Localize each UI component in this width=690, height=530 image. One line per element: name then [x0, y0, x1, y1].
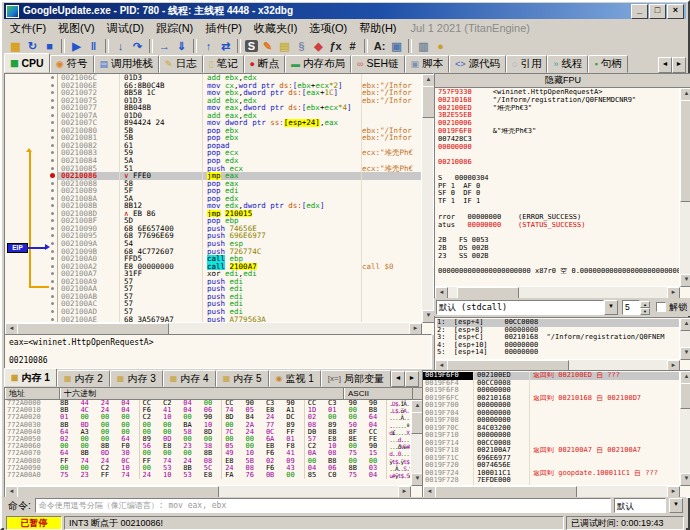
disasm-gutter[interactable] [5, 134, 58, 142]
tab-callstack[interactable]: ▤调用堆栈 [94, 55, 160, 73]
dump-tab-memory-3[interactable]: ▦内存 3 [110, 370, 163, 387]
arguments-panel[interactable]: 1: [esp+4] 00CC00082: [esp+8] 000000003:… [434, 317, 690, 372]
scroll-down-icon[interactable]: ▼ [680, 274, 690, 287]
maximize-button[interactable]: □ [649, 4, 666, 19]
registers-vscrollbar[interactable]: ▲ ▼ [679, 88, 690, 287]
stack-row[interactable]: 0019F71000000000 [423, 432, 680, 440]
row-dot[interactable] [51, 318, 54, 321]
register-row[interactable]: 002100ED "堆壳Ph€3" [438, 105, 680, 113]
settings-icon[interactable]: ▣ [388, 38, 405, 54]
register-row[interactable]: 3B2E55EB [438, 112, 680, 120]
row-dot[interactable] [51, 189, 54, 192]
stack-vscrollbar[interactable]: ▲ ▼ [679, 371, 690, 486]
menu-item-2[interactable]: 调试(D) [101, 20, 150, 37]
args-vscrollbar[interactable]: ▲ ▼ [679, 318, 690, 360]
computer-icon[interactable]: ▥ [415, 38, 432, 54]
stack-row[interactable]: 0019F70400000000 [423, 410, 680, 418]
disasm-gutter[interactable] [5, 225, 58, 233]
row-dot[interactable] [51, 151, 54, 154]
row-dot[interactable] [51, 99, 54, 102]
restart-icon[interactable]: ↻ [24, 38, 41, 54]
row-dot[interactable] [51, 250, 54, 253]
register-row[interactable]: rror 00000000 (ERROR_SUCCESS) [438, 214, 680, 222]
command-profile-select[interactable]: 默认 [614, 498, 666, 513]
row-dot[interactable] [51, 219, 54, 222]
scroll-down-icon[interactable]: ▼ [680, 473, 690, 486]
disasm-gutter[interactable] [5, 187, 58, 195]
dump-vscrollbar[interactable]: ▲ ▼ [410, 400, 422, 486]
unlock-checkbox[interactable] [656, 302, 666, 312]
dump-tab-memory-4[interactable]: ▦内存 4 [163, 370, 216, 387]
disasm-gutter[interactable] [5, 104, 58, 112]
tab-symbols[interactable]: ◉符号 [50, 55, 94, 73]
row-dot[interactable] [51, 295, 54, 298]
row-dot[interactable] [51, 121, 54, 124]
hide-fpu-button[interactable]: 隐藏FPU [435, 74, 690, 88]
row-dot[interactable] [51, 167, 54, 170]
attach-icon[interactable]: ⇄ [217, 38, 234, 54]
menu-item-3[interactable]: 跟踪(N) [150, 20, 199, 37]
disasm-gutter[interactable] [5, 74, 58, 82]
tabs-scroll-right-icon[interactable]: ► [672, 57, 686, 73]
disasm-gutter[interactable] [5, 278, 58, 286]
disasm-gutter[interactable] [5, 127, 58, 135]
bulb-icon[interactable]: ● [432, 38, 449, 54]
register-row[interactable]: S 00000304 [438, 175, 680, 183]
tab-log[interactable]: ✎日志 [159, 55, 203, 73]
stack-row[interactable]: 0019F724100011C1返回到 goopdate.100011C1 自 … [423, 470, 680, 478]
disasm-gutter[interactable] [5, 263, 58, 271]
register-row[interactable]: 00210168 "/Inform/registration/Q0FNEMDCN… [438, 97, 680, 105]
tab-memory-map[interactable]: ▬内存布局 [285, 55, 351, 73]
tab-seh-chain[interactable]: ∞SEH链 [351, 55, 405, 73]
log-icon[interactable]: S [245, 40, 258, 52]
dump-tabs-scroll-right-icon[interactable]: ► [405, 371, 419, 387]
dump-tab-locals[interactable]: [x=]局部变量 [321, 370, 391, 387]
run-to-user-icon[interactable]: → [156, 38, 173, 54]
disasm-gutter[interactable] [5, 195, 58, 203]
hex-dump-panel[interactable]: 地址十六进制ASCII 772A00008B442404CCC20400CC90… [4, 387, 423, 498]
scroll-thumb[interactable] [680, 100, 690, 202]
arg-count-field[interactable]: 5 [622, 300, 640, 315]
scroll-down-icon[interactable]: ▼ [680, 347, 690, 360]
menu-item-1[interactable]: 视图(V) [52, 20, 101, 37]
scroll-thumb[interactable] [680, 383, 690, 409]
stack-row[interactable]: 0019F71C696E6977 [423, 455, 680, 463]
row-dot[interactable] [51, 129, 54, 132]
tab-handles[interactable]: ▪句柄 [588, 55, 627, 73]
disasm-gutter[interactable] [5, 119, 58, 127]
dump-row[interactable]: 772A00A07523FF74241053E8FA760B0085C07504… [5, 472, 411, 479]
step-into-icon[interactable]: ↓ [112, 38, 129, 54]
stack-row[interactable]: 0019F6F0002100ED返回到 002100ED 自 ??? [423, 372, 680, 380]
scroll-up-icon[interactable]: ▲ [680, 318, 690, 331]
eraser-icon[interactable]: ◆ [310, 38, 327, 54]
register-row[interactable]: 00210086 [438, 159, 680, 167]
dump-tab-memory-2[interactable]: ▦内存 2 [57, 370, 110, 387]
disasm-gutter[interactable] [5, 300, 58, 308]
row-dot[interactable] [51, 197, 54, 200]
disasm-gutter[interactable] [5, 112, 58, 120]
row-dot[interactable] [51, 182, 54, 185]
menu-item-6[interactable]: 选项(O) [303, 20, 353, 37]
row-dot[interactable] [51, 144, 54, 147]
disasm-hscrollbar[interactable]: ◄ ► [5, 322, 422, 334]
tab-breakpoints[interactable]: ●断点 [244, 55, 285, 73]
register-row[interactable]: SF 0 DF 0 [438, 190, 680, 198]
register-row[interactable]: 0000000000000000000000 x87r0 空 0.0000000… [438, 268, 680, 276]
menu-item-0[interactable]: 文件(F) [4, 20, 52, 37]
stack-row[interactable]: 0019F6FC00210168返回到 00210168 自 002100D7 [423, 395, 680, 403]
trace-into-icon[interactable]: ↑ [200, 38, 217, 54]
disasm-gutter[interactable] [5, 255, 58, 263]
row-dot[interactable] [51, 302, 54, 305]
disasm-gutter[interactable] [5, 157, 58, 165]
register-row[interactable]: PF 1 AF 0 [438, 183, 680, 191]
menu-item-7[interactable]: 帮助(H) [353, 20, 402, 37]
tab-script[interactable]: ▣脚本 [405, 55, 450, 73]
tab-cpu[interactable]: ▦CPU [4, 53, 50, 73]
register-row[interactable]: 757F9330 <wininet.HttpOpenRequestA> [438, 89, 680, 97]
disasm-gutter[interactable] [5, 210, 58, 218]
stack-panel[interactable]: 0019F6F0002100ED返回到 002100ED 自 ???0019F6… [422, 370, 690, 498]
register-row[interactable] [438, 167, 680, 175]
step-out-icon[interactable]: ⇓ [173, 38, 190, 54]
row-dot[interactable] [51, 280, 54, 283]
breakpoint-dot[interactable] [50, 173, 55, 178]
